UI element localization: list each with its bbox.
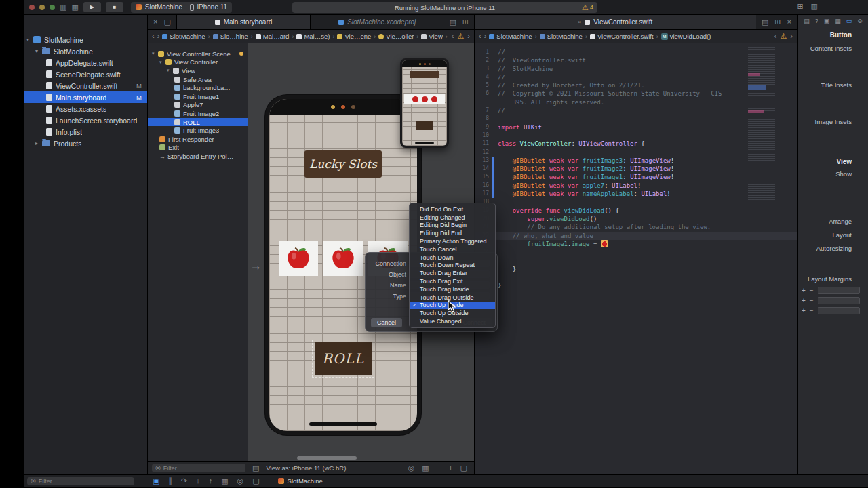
device-bezel-icon[interactable]: ▦ bbox=[422, 464, 429, 472]
code-line[interactable]: 23 fruitImage1.image = bbox=[475, 240, 797, 248]
code-line[interactable]: 24 bbox=[475, 248, 797, 256]
identity-inspector-icon[interactable]: ▣ bbox=[824, 18, 830, 24]
outline-toggle-icon[interactable]: ▤ bbox=[252, 464, 259, 472]
breadcrumb-item[interactable]: Mai…ard bbox=[256, 33, 290, 40]
constraint-popup[interactable] bbox=[818, 307, 860, 314]
editor-options-icon[interactable]: ▤ bbox=[449, 18, 456, 26]
horizontal-scrollbar[interactable] bbox=[297, 456, 357, 460]
environment-overrides-icon[interactable]: ▢ bbox=[252, 477, 259, 485]
add-icon[interactable]: + bbox=[802, 307, 806, 314]
memory-debugger-icon[interactable]: ◎ bbox=[237, 477, 244, 485]
next-issue-icon[interactable]: › bbox=[467, 33, 470, 40]
fit-canvas-icon[interactable]: ▢ bbox=[460, 464, 467, 472]
breakpoints-toggle-icon[interactable]: ▣ bbox=[153, 477, 159, 485]
menu-item[interactable]: Editing Did Begin bbox=[410, 222, 495, 230]
outline-row[interactable]: backgroundLa… bbox=[148, 83, 248, 92]
tab-xcodeproj[interactable]: SlotMachine.xcodeproj bbox=[310, 15, 443, 29]
next-issue-icon[interactable]: › bbox=[790, 33, 793, 40]
connections-inspector-icon[interactable]: ⊙ bbox=[857, 18, 863, 24]
outline-row[interactable]: Fruit Image1 bbox=[148, 92, 248, 101]
outline-row[interactable]: →Storyboard Entry Poi… bbox=[148, 152, 248, 161]
zoom-in-icon[interactable]: + bbox=[448, 464, 452, 472]
constraint-popup[interactable] bbox=[818, 287, 860, 294]
entry-point-arrow-icon[interactable]: → bbox=[250, 259, 262, 273]
fruit-image-2[interactable] bbox=[323, 241, 363, 276]
zoom-window-icon[interactable] bbox=[50, 5, 55, 10]
update-frames-icon[interactable]: ◎ bbox=[408, 464, 415, 472]
menu-item[interactable]: Touch Drag Enter bbox=[410, 269, 495, 277]
breadcrumb-item[interactable]: SlotMachine bbox=[162, 33, 205, 40]
menu-item[interactable]: Editing Did End bbox=[410, 229, 495, 237]
breadcrumb-item[interactable]: Slo…hine bbox=[213, 33, 248, 40]
forward-icon[interactable]: › bbox=[157, 33, 160, 40]
navigator-filter-field[interactable]: ◎ Filter bbox=[27, 477, 134, 485]
menu-item[interactable]: Editing Changed bbox=[410, 214, 495, 222]
outline-row[interactable]: Apple7 bbox=[148, 101, 248, 110]
project-row[interactable]: ▾ SlotMachine bbox=[24, 34, 147, 45]
prev-issue-icon[interactable]: ‹ bbox=[452, 33, 454, 40]
breadcrumb-item[interactable]: SlotMachine bbox=[489, 33, 532, 40]
run-button[interactable]: ▶ bbox=[83, 2, 101, 12]
device-preview-thumbnail[interactable] bbox=[400, 58, 449, 148]
close-window-icon[interactable] bbox=[29, 5, 35, 10]
outline-row[interactable]: ROLL bbox=[148, 118, 248, 127]
back-icon[interactable]: ‹ bbox=[152, 33, 155, 40]
disclosure-icon[interactable]: ▸ bbox=[35, 140, 42, 146]
roll-button[interactable]: ROLL bbox=[315, 342, 372, 375]
code-line[interactable]: 21 // Do any additional setup after load… bbox=[475, 223, 797, 231]
constraint-popup[interactable] bbox=[818, 297, 860, 304]
disclosure-icon[interactable]: ▾ bbox=[152, 51, 158, 56]
file-row[interactable]: LaunchScreen.storyboard bbox=[24, 115, 147, 126]
open-in-window-icon[interactable]: ▢ bbox=[163, 18, 170, 26]
outline-row[interactable]: ▾View Controller Scene bbox=[148, 49, 248, 58]
minimap[interactable] bbox=[748, 47, 775, 200]
code-line[interactable]: 20 super.viewDidLoad() bbox=[475, 215, 797, 223]
breadcrumb-item[interactable]: Vie…ene bbox=[337, 33, 371, 40]
menu-item[interactable]: Primary Action Triggered bbox=[410, 237, 495, 245]
quick-help-inspector-icon[interactable]: ? bbox=[815, 18, 818, 24]
debug-session[interactable]: SlotMachine bbox=[278, 477, 323, 485]
code-line[interactable]: 28} bbox=[475, 281, 797, 289]
code-line[interactable]: 26 } bbox=[475, 265, 797, 273]
library-icon[interactable]: ⊞ bbox=[797, 3, 803, 10]
menu-item[interactable]: Touch Down Repeat bbox=[410, 262, 495, 270]
outline-row[interactable]: Fruit Image2 bbox=[148, 109, 248, 118]
outline-row[interactable]: Fruit Image3 bbox=[148, 126, 248, 135]
step-over-icon[interactable]: ↷ bbox=[181, 477, 187, 485]
tab-main-storyboard[interactable]: Main.storyboard bbox=[176, 15, 310, 29]
disclosure-icon[interactable]: ▾ bbox=[167, 68, 173, 73]
outline-row[interactable]: ▾View bbox=[148, 66, 248, 75]
breadcrumb-item[interactable]: Vie…oller bbox=[378, 33, 414, 40]
add-icon[interactable]: + bbox=[802, 287, 806, 294]
menu-item[interactable]: Did End On Exit bbox=[410, 205, 495, 214]
disclosure-icon[interactable]: ▾ bbox=[159, 60, 165, 65]
attributes-inspector-icon[interactable]: ▦ bbox=[835, 18, 841, 24]
code-line[interactable]: 19 override func viewDidLoad() { bbox=[475, 207, 797, 215]
menu-item[interactable]: Touch Cancel bbox=[410, 245, 495, 253]
step-out-icon[interactable]: ↑ bbox=[209, 477, 213, 485]
remove-icon[interactable]: − bbox=[810, 287, 814, 294]
close-tab-icon[interactable]: × bbox=[578, 20, 582, 25]
outline-row[interactable]: Safe Area bbox=[148, 75, 248, 84]
back-icon[interactable]: ‹ bbox=[479, 33, 481, 40]
file-inspector-icon[interactable]: ▤ bbox=[804, 18, 810, 24]
close-editor-icon[interactable]: × bbox=[787, 18, 791, 26]
editor-layout-icon[interactable]: ▦ bbox=[71, 3, 78, 11]
add-icon[interactable]: + bbox=[802, 297, 806, 304]
breadcrumb-item[interactable]: View bbox=[421, 33, 442, 40]
remove-icon[interactable]: − bbox=[810, 297, 814, 304]
menu-item[interactable]: Value Changed bbox=[410, 317, 495, 325]
navigator-toggle-icon[interactable]: ▥ bbox=[60, 3, 66, 11]
view-as-label[interactable]: View as: iPhone 11 (wC hR) bbox=[266, 464, 346, 472]
menu-item[interactable]: Touch Drag Inside bbox=[410, 285, 495, 293]
file-row[interactable]: Main.storyboardM bbox=[24, 92, 147, 103]
disclosure-icon[interactable]: ▾ bbox=[35, 48, 42, 54]
add-editor-icon[interactable]: ⊞ bbox=[774, 18, 781, 26]
size-inspector-icon[interactable]: ▭ bbox=[846, 18, 852, 24]
file-row[interactable]: Info.plist bbox=[24, 126, 147, 138]
group-row[interactable]: ▾ SlotMachine bbox=[24, 45, 147, 57]
file-row[interactable]: Assets.xcassets bbox=[24, 103, 147, 115]
disclosure-icon[interactable]: ▾ bbox=[26, 37, 33, 43]
title-label[interactable]: Lucky Slots bbox=[304, 150, 382, 178]
code-line[interactable]: 27 bbox=[475, 273, 797, 281]
